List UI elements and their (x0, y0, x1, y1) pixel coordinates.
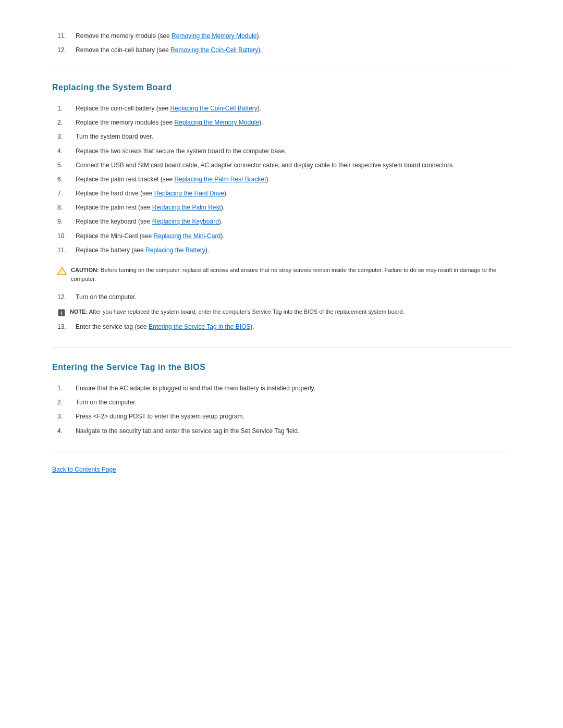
back-to-contents: Back to Contents Page (52, 465, 511, 475)
replacing-coin-cell-battery-link[interactable]: Replacing the Coin-Cell Battery (170, 105, 257, 112)
replacing-system-board-section: Replacing the System Board 1. Replace th… (52, 81, 511, 332)
replacing-memory-module-link[interactable]: Replacing the Memory Module (174, 119, 259, 126)
svg-text:i: i (61, 310, 63, 316)
rsb-step-13: 13. Enter the service tag (see Entering … (52, 322, 511, 332)
rsb-step-num-3: 3. (57, 132, 76, 142)
rsb-step-9: 9. Replace the keyboard (see Replacing t… (52, 217, 511, 227)
rsb-step-text-1: Replace the coin-cell battery (see Repla… (76, 104, 261, 114)
rsb-step-num-8: 8. (57, 203, 76, 213)
back-to-contents-link[interactable]: Back to Contents Page (52, 466, 116, 473)
est-step-text-4: Navigate to the security tab and enter t… (76, 426, 299, 436)
rsb-step-12: 12. Turn on the computer. (52, 292, 511, 302)
rsb-step-2: 2. Replace the memory modules (see Repla… (52, 118, 511, 128)
note-box: i NOTE: After you have replaced the syst… (57, 307, 511, 317)
caution-label: CAUTION: (71, 267, 99, 273)
rsb-step-num-2: 2. (57, 118, 76, 128)
rsb-step-text-2: Replace the memory modules (see Replacin… (76, 118, 263, 128)
note-text: NOTE: After you have replaced the system… (70, 307, 404, 316)
replacing-hard-drive-link[interactable]: Replacing the Hard Drive (154, 190, 224, 197)
rsb-step-6: 6. Replace the palm rest bracket (see Re… (52, 175, 511, 184)
replacing-palm-rest-bracket-link[interactable]: Replacing the Palm Rest Bracket (174, 176, 266, 183)
est-step-1: 1. Ensure that the AC adapter is plugged… (52, 384, 511, 393)
rsb-step-5: 5. Connect the USB and SIM card board ca… (52, 161, 511, 170)
replacing-mini-card-link[interactable]: Replacing the Mini-Card (153, 232, 221, 240)
rsb-step-num-9: 9. (57, 217, 76, 227)
divider-2 (52, 348, 511, 348)
rsb-step-11: 11. Replace the battery (see Replacing t… (52, 245, 511, 255)
entering-service-tag-steps: 1. Ensure that the AC adapter is plugged… (52, 384, 511, 436)
rsb-step-text-7: Replace the hard drive (see Replacing th… (76, 189, 228, 199)
rsb-step-num-12: 12. (57, 292, 76, 302)
step-text-12: Remove the coin-cell battery (see Removi… (76, 45, 262, 55)
rsb-step-4: 4. Replace the two screws that secure th… (52, 146, 511, 156)
rsb-step-num-13: 13. (57, 322, 76, 332)
rsb-step-text-9: Replace the keyboard (see Replacing the … (76, 217, 223, 227)
est-step-text-1: Ensure that the AC adapter is plugged in… (76, 384, 315, 393)
rsb-step-text-4: Replace the two screws that secure the s… (76, 146, 286, 156)
entering-service-tag-link[interactable]: Entering the Service Tag in the BIOS (149, 323, 250, 330)
rsb-step-text-3: Turn the system board over. (76, 132, 153, 142)
rsb-step-num-1: 1. (57, 104, 76, 114)
rsb-step-num-7: 7. (57, 189, 76, 199)
rsb-step-1: 1. Replace the coin-cell battery (see Re… (52, 104, 511, 114)
entering-service-tag-title: Entering the Service Tag in the BIOS (52, 361, 511, 374)
rsb-step-text-13: Enter the service tag (see Entering the … (76, 322, 254, 332)
caution-box: ! CAUTION: Before turning on the compute… (57, 266, 511, 283)
est-step-2: 2. Turn on the computer. (52, 398, 511, 408)
rsb-step-num-6: 6. (57, 175, 76, 184)
svg-text:!: ! (61, 269, 63, 275)
est-step-text-3: Press <F2> during POST to enter the syst… (76, 412, 244, 422)
rsb-step-8: 8. Replace the palm rest (see Replacing … (52, 203, 511, 213)
divider-1 (52, 68, 511, 68)
step-text-11: Remove the memory module (see Removing t… (76, 31, 261, 41)
removing-coin-cell-battery-link[interactable]: Removing the Coin-Cell Battery (170, 46, 258, 54)
removing-memory-module-link[interactable]: Removing the Memory Module (172, 32, 256, 40)
est-step-text-2: Turn on the computer. (76, 398, 137, 408)
est-step-4: 4. Navigate to the security tab and ente… (52, 426, 511, 436)
rsb-step-num-4: 4. (57, 146, 76, 156)
caution-icon: ! (57, 266, 67, 276)
est-step-num-2: 2. (57, 398, 76, 408)
replacing-keyboard-link[interactable]: Replacing the Keyboard (152, 218, 219, 225)
rsb-step-7: 7. Replace the hard drive (see Replacing… (52, 189, 511, 199)
est-step-num-3: 3. (57, 412, 76, 422)
est-step-num-1: 1. (57, 384, 76, 393)
est-step-3: 3. Press <F2> during POST to enter the s… (52, 412, 511, 422)
replacing-system-board-title: Replacing the System Board (52, 81, 511, 94)
rsb-step-num-10: 10. (57, 231, 76, 241)
intro-steps: 11. Remove the memory module (see Removi… (52, 31, 511, 55)
rsb-step-text-11: Replace the battery (see Replacing the B… (76, 245, 209, 255)
caution-text: CAUTION: Before turning on the computer,… (71, 266, 511, 283)
intro-step-12: 12. Remove the coin-cell battery (see Re… (52, 45, 511, 55)
entering-service-tag-section: Entering the Service Tag in the BIOS 1. … (52, 361, 511, 436)
rsb-step-text-5: Connect the USB and SIM card board cable… (76, 161, 454, 170)
rsb-step-num-11: 11. (57, 245, 76, 255)
divider-3 (52, 452, 511, 452)
rsb-step-10: 10. Replace the Mini-Card (see Replacing… (52, 231, 511, 241)
note-icon: i (57, 309, 66, 317)
replacing-battery-link[interactable]: Replacing the Battery (145, 246, 205, 254)
est-step-num-4: 4. (57, 426, 76, 436)
rsb-step-text-12: Turn on the computer. (76, 292, 137, 302)
rsb-step-3: 3. Turn the system board over. (52, 132, 511, 142)
note-label: NOTE: (70, 309, 88, 315)
replacing-palm-rest-link[interactable]: Replacing the Palm Rest (152, 204, 221, 211)
rsb-step-text-8: Replace the palm rest (see Replacing the… (76, 203, 225, 213)
rsb-step-text-10: Replace the Mini-Card (see Replacing the… (76, 231, 224, 241)
rsb-step-num-5: 5. (57, 161, 76, 170)
intro-step-11: 11. Remove the memory module (see Removi… (52, 31, 511, 41)
rsb-step-text-6: Replace the palm rest bracket (see Repla… (76, 175, 270, 184)
step-number-12: 12. (57, 45, 76, 55)
replacing-system-board-steps: 1. Replace the coin-cell battery (see Re… (52, 104, 511, 255)
step-number-11: 11. (57, 31, 76, 41)
